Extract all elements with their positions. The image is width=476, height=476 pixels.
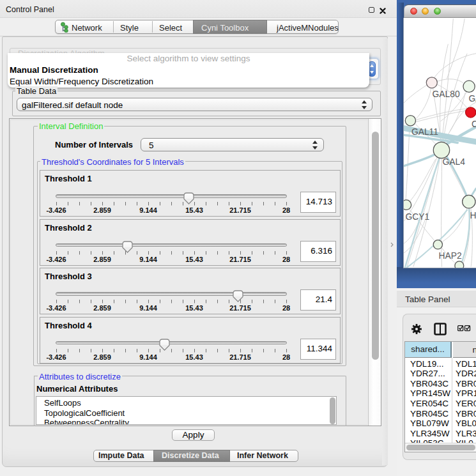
svg-text:GAL80: GAL80 — [433, 89, 460, 99]
svg-text:GAL4: GAL4 — [442, 157, 465, 167]
svg-text:C: C — [472, 119, 476, 129]
svg-text:HAP2: HAP2 — [439, 250, 462, 261]
svg-text:GCY1: GCY1 — [405, 211, 429, 222]
svg-text:GAL11: GAL11 — [411, 127, 438, 137]
svg-text:H: H — [470, 210, 476, 220]
svg-text:GA: GA — [469, 93, 476, 104]
